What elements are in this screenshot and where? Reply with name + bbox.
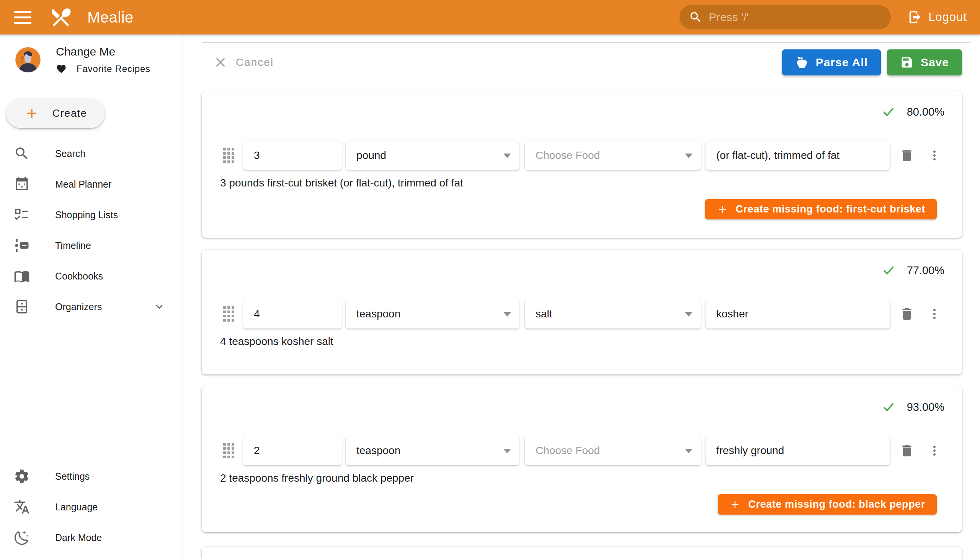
note-field bbox=[706, 436, 890, 465]
sidebar-item-search[interactable]: Search bbox=[0, 138, 183, 169]
drag-handle-icon[interactable] bbox=[223, 305, 237, 323]
ingredient-card: 80.00% pound Choose Food bbox=[202, 91, 962, 238]
sidebar: Change Me Favorite Recipes Create Search bbox=[0, 35, 183, 559]
search-icon bbox=[689, 10, 702, 24]
sidebar-item-language[interactable]: Language bbox=[0, 491, 183, 522]
user-profile[interactable]: Change Me Favorite Recipes bbox=[0, 35, 183, 86]
trash-icon bbox=[899, 443, 914, 458]
app-logo[interactable] bbox=[49, 5, 73, 29]
quantity-input[interactable] bbox=[243, 436, 342, 465]
unit-select[interactable]: teaspoon bbox=[346, 436, 519, 465]
global-search[interactable] bbox=[679, 5, 891, 30]
note-input[interactable] bbox=[706, 141, 890, 170]
drag-handle-icon[interactable] bbox=[223, 442, 237, 460]
ingredient-card: 77.00% teaspoon salt bbox=[202, 250, 962, 374]
create-missing-food-button[interactable]: Create missing food: first-cut brisket bbox=[705, 199, 937, 219]
save-button[interactable]: Save bbox=[887, 50, 962, 75]
plus-icon bbox=[24, 106, 40, 121]
quantity-field bbox=[243, 299, 342, 329]
ingredient-card: 93.00% teaspoon Choose Food bbox=[202, 386, 962, 532]
food-select[interactable]: Choose Food bbox=[525, 436, 701, 465]
apple-icon bbox=[795, 56, 809, 69]
check-icon bbox=[882, 105, 896, 119]
note-input[interactable] bbox=[706, 299, 890, 329]
original-ingredient-text: 2 teaspoons freshly ground black pepper bbox=[220, 472, 962, 485]
confidence-value: 93.00% bbox=[902, 401, 944, 413]
ingredient-menu-button[interactable] bbox=[927, 146, 942, 165]
delete-ingredient-button[interactable] bbox=[899, 146, 915, 165]
sidebar-item-settings[interactable]: Settings bbox=[0, 461, 183, 491]
favorite-recipes-link[interactable]: Favorite Recipes bbox=[56, 64, 150, 74]
dropdown-arrow-icon bbox=[685, 449, 692, 453]
trash-icon bbox=[899, 306, 914, 322]
food-select[interactable]: salt bbox=[525, 299, 701, 329]
menu-icon[interactable] bbox=[14, 11, 31, 24]
app-bar: Mealie Logout bbox=[0, 0, 980, 35]
sidebar-item-organizers[interactable]: Organizers bbox=[0, 291, 183, 322]
search-input[interactable] bbox=[709, 11, 882, 24]
user-name: Change Me bbox=[56, 45, 150, 58]
food-select[interactable]: Choose Food bbox=[525, 141, 701, 170]
confidence-value: 80.00% bbox=[902, 106, 944, 118]
ingredient-menu-button[interactable] bbox=[927, 441, 942, 460]
heart-icon bbox=[56, 64, 67, 74]
trash-icon bbox=[899, 148, 914, 163]
favorite-recipes-label: Favorite Recipes bbox=[76, 64, 150, 74]
dropdown-arrow-icon bbox=[503, 449, 511, 453]
note-field bbox=[706, 141, 890, 170]
timeline-icon bbox=[14, 237, 30, 253]
gear-icon bbox=[14, 468, 30, 485]
dropdown-arrow-icon bbox=[685, 312, 692, 317]
dropdown-arrow-icon bbox=[503, 312, 511, 317]
search-icon bbox=[14, 146, 30, 162]
cancel-button[interactable]: Cancel bbox=[213, 56, 274, 69]
create-missing-food-button[interactable]: Create missing food: black pepper bbox=[718, 494, 937, 514]
quantity-input[interactable] bbox=[243, 299, 342, 329]
sidebar-item-meal-planner[interactable]: Meal Planner bbox=[0, 169, 183, 200]
chevron-down-icon bbox=[154, 301, 165, 313]
ingredient-menu-button[interactable] bbox=[927, 304, 942, 324]
book-open-icon bbox=[14, 268, 30, 284]
original-ingredient-text: 3 pounds first-cut brisket (or flat-cut)… bbox=[220, 177, 962, 189]
parse-all-button[interactable]: Parse All bbox=[782, 50, 881, 75]
logout-icon bbox=[908, 10, 922, 25]
unit-select[interactable]: teaspoon bbox=[346, 299, 519, 329]
logout-button[interactable]: Logout bbox=[908, 10, 967, 25]
check-icon bbox=[882, 263, 896, 277]
drag-handle-icon[interactable] bbox=[223, 146, 237, 165]
check-icon bbox=[882, 400, 896, 414]
original-ingredient-text: 4 teaspoons kosher salt bbox=[220, 336, 962, 348]
close-icon bbox=[213, 56, 227, 69]
plus-icon bbox=[729, 499, 741, 510]
delete-ingredient-button[interactable] bbox=[899, 304, 915, 324]
sidebar-item-timeline[interactable]: Timeline bbox=[0, 230, 183, 261]
kebab-menu-icon bbox=[928, 444, 941, 457]
dropdown-arrow-icon bbox=[503, 154, 511, 158]
quantity-field bbox=[243, 141, 342, 170]
note-field bbox=[706, 299, 890, 329]
quantity-field bbox=[243, 436, 342, 465]
floppy-save-icon bbox=[900, 56, 914, 69]
ingredient-parser-main: Cancel Parse All Save 80.00% bbox=[183, 35, 980, 559]
plus-icon bbox=[717, 204, 728, 215]
fork-knife-logo-icon bbox=[49, 5, 73, 29]
unit-select[interactable]: pound bbox=[346, 141, 519, 170]
quantity-input[interactable] bbox=[243, 141, 342, 170]
kebab-menu-icon bbox=[928, 308, 941, 321]
confidence-value: 77.00% bbox=[902, 264, 944, 277]
delete-ingredient-button[interactable] bbox=[899, 441, 915, 460]
sidebar-item-dark-mode[interactable]: Dark Mode bbox=[0, 522, 183, 553]
logout-label: Logout bbox=[928, 10, 967, 24]
note-input[interactable] bbox=[706, 436, 890, 465]
sidebar-item-cookbooks[interactable]: Cookbooks bbox=[0, 261, 183, 291]
cabinet-icon bbox=[14, 299, 30, 315]
create-button[interactable]: Create bbox=[6, 98, 105, 128]
calendar-icon bbox=[14, 176, 30, 192]
checklist-icon bbox=[14, 207, 30, 223]
translate-icon bbox=[14, 499, 30, 515]
kebab-menu-icon bbox=[928, 149, 941, 162]
dropdown-arrow-icon bbox=[685, 154, 692, 158]
sidebar-item-shopping-lists[interactable]: Shopping Lists bbox=[0, 200, 183, 230]
ingredient-card bbox=[202, 547, 962, 559]
app-title: Mealie bbox=[87, 9, 134, 26]
